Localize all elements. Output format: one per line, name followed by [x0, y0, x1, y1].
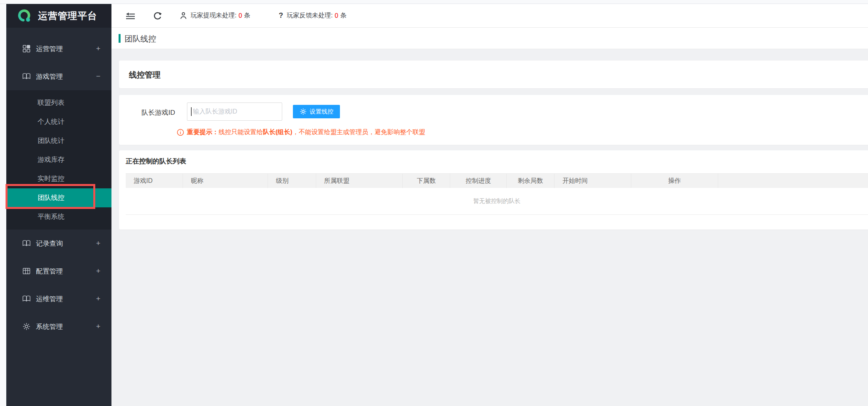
sidebar-item-system-management[interactable]: 系统管理 + [6, 313, 111, 340]
column-header-nickname: 昵称 [183, 174, 268, 188]
text-caret [191, 107, 192, 116]
important-warning: 重要提示： 线控只能设置给 队长(组长) ，不能设置给盟主或管理员，避免影响整个… [177, 128, 425, 137]
book-icon [22, 72, 31, 80]
question-mark-icon: ? [279, 11, 283, 20]
sidebar-item-label: 配置管理 [36, 267, 63, 276]
withdraw-label: 玩家提现未处理: [191, 11, 236, 20]
table-empty-state: 暂无被控制的队长 [126, 188, 868, 215]
set-line-control-button[interactable]: 设置线控 [293, 105, 340, 118]
sidebar-item-realtime-monitor[interactable]: 实时监控 [6, 169, 111, 188]
collapse-minus-icon: − [96, 72, 100, 81]
refresh-icon[interactable] [153, 11, 163, 21]
captain-id-input-wrap [187, 102, 282, 121]
column-header-actions: 操作 [631, 174, 718, 188]
sidebar-item-ops-maintenance[interactable]: 运维管理 + [6, 285, 111, 313]
column-header-filler [718, 174, 868, 188]
user-icon [179, 12, 187, 20]
book-icon [22, 239, 31, 247]
feedback-label: 玩家反馈未处理: [287, 11, 332, 20]
controlled-captains-table: 游戏ID 昵称 级别 所属联盟 下属数 控制进度 剩余局数 开始时间 操作 暂无… [126, 173, 868, 215]
sidebar-item-config-management[interactable]: 配置管理 + [6, 257, 111, 285]
column-header-level: 级别 [268, 174, 316, 188]
sidebar-item-label: 系统管理 [36, 322, 63, 331]
left-margin-strip [0, 4, 6, 406]
sidebar-item-label: 运维管理 [36, 294, 63, 304]
sidebar-item-team-line-control[interactable]: 团队线控 [6, 188, 111, 207]
column-header-remaining-rounds: 剩余局数 [507, 174, 555, 188]
controlled-captains-title: 正在控制的队长列表 [126, 157, 186, 166]
feedback-count: 0 [333, 12, 340, 19]
top-margin-strip [0, 0, 868, 4]
sidebar-item-personal-stats[interactable]: 个人统计 [6, 112, 111, 131]
table-header-row: 游戏ID 昵称 级别 所属联盟 下属数 控制进度 剩余局数 开始时间 操作 [126, 173, 868, 188]
sidebar-item-alliance-list[interactable]: 联盟列表 [6, 93, 111, 112]
book-icon [22, 295, 31, 303]
sidebar-item-operations[interactable]: 运营管理 + [6, 35, 111, 63]
main-area: 玩家提现未处理: 0 条 ? 玩家反馈未处理: 0 条 团队线控 线控管理 队长… [111, 4, 868, 406]
sidebar-menu: 运营管理 + 游戏管理 − 联盟列表 个人统计 团队统计 游戏库存 实时监控 团… [6, 28, 111, 340]
sidebar-collapse-icon[interactable] [126, 11, 136, 21]
column-header-control-progress: 控制进度 [450, 174, 507, 188]
sidebar-item-game-management[interactable]: 游戏管理 − [6, 63, 111, 90]
logo-header: 运营管理平台 [6, 4, 111, 28]
column-header-subordinates: 下属数 [403, 174, 450, 188]
sidebar-item-team-stats[interactable]: 团队统计 [6, 131, 111, 150]
sidebar-item-label: 运营管理 [36, 44, 63, 53]
expand-plus-icon: + [96, 239, 100, 248]
sidebar-item-label: 记录查询 [36, 239, 63, 248]
withdraw-counter[interactable]: 玩家提现未处理: 0 条 [179, 11, 250, 20]
sidebar-item-balance-system[interactable]: 平衡系统 [6, 207, 111, 226]
set-line-control-label: 设置线控 [310, 108, 334, 116]
page-title: 线控管理 [129, 70, 160, 80]
breadcrumb-accent-bar [119, 34, 121, 43]
column-header-start-time: 开始时间 [555, 174, 631, 188]
warning-prefix: 重要提示： [187, 128, 219, 137]
column-header-alliance: 所属联盟 [316, 174, 403, 188]
warning-bold: 队长(组长) [263, 128, 292, 137]
breadcrumb: 团队线控 [125, 34, 156, 44]
expand-plus-icon: + [96, 322, 100, 331]
expand-plus-icon: + [96, 267, 100, 275]
expand-plus-icon: + [96, 294, 100, 303]
line-control-form-card: 队长游戏ID 设置线控 [119, 95, 868, 145]
sidebar-item-record-query[interactable]: 记录查询 + [6, 230, 111, 257]
controlled-captains-card: 正在控制的队长列表 游戏ID 昵称 级别 所属联盟 下属数 控制进度 剩余局数 … [119, 150, 868, 230]
captain-id-label: 队长游戏ID [128, 108, 175, 117]
feedback-unit: 条 [340, 11, 347, 20]
gear-icon [300, 108, 307, 115]
captain-id-input[interactable] [187, 102, 282, 121]
panel-header-card: 线控管理 [119, 61, 868, 88]
app-logo-icon [17, 9, 32, 23]
info-circle-icon [177, 129, 184, 136]
app-title: 运营管理平台 [38, 9, 97, 22]
sidebar-item-game-inventory[interactable]: 游戏库存 [6, 150, 111, 169]
apps-grid-icon [22, 45, 31, 53]
withdraw-unit: 条 [244, 11, 250, 20]
sidebar: 运营管理平台 运营管理 + 游戏管理 − [6, 4, 111, 406]
feedback-counter[interactable]: ? 玩家反馈未处理: 0 条 [279, 11, 346, 20]
table-grid-icon [22, 267, 31, 275]
warning-text: ，不能设置给盟主或管理员，避免影响整个联盟 [292, 128, 425, 137]
breadcrumb-bar: 团队线控 [111, 28, 868, 49]
sidebar-item-label: 游戏管理 [36, 72, 63, 81]
game-management-submenu: 联盟列表 个人统计 团队统计 游戏库存 实时监控 团队线控 平衡系统 [6, 90, 111, 230]
content-area: 线控管理 队长游戏ID 设置线控 [111, 49, 868, 406]
topbar: 玩家提现未处理: 0 条 ? 玩家反馈未处理: 0 条 [111, 4, 868, 28]
warning-text: 线控只能设置给 [219, 128, 263, 137]
withdraw-count: 0 [236, 12, 244, 19]
column-header-game-id: 游戏ID [126, 174, 183, 188]
gear-icon [22, 323, 31, 330]
expand-plus-icon: + [96, 44, 100, 53]
